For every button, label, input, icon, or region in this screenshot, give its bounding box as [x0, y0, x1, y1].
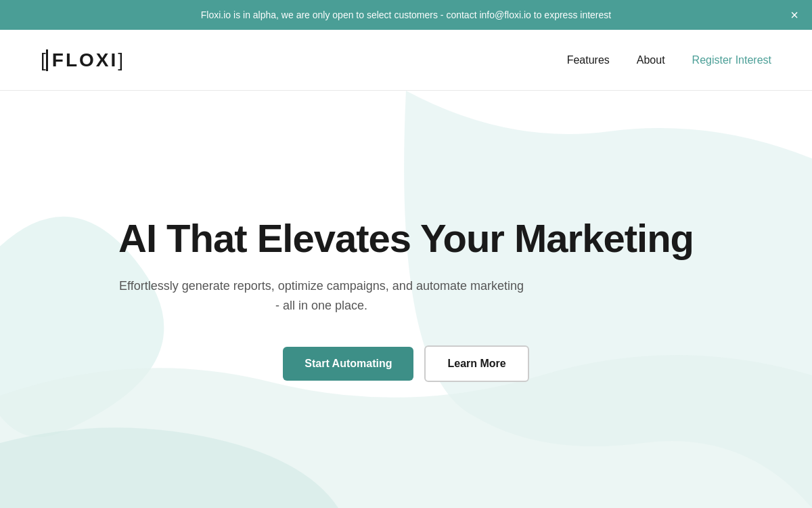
navbar: [ FLOXI ] Features About Register Intere… — [0, 30, 812, 91]
hero-section: AI That Elevates Your Marketing Effortle… — [0, 91, 812, 508]
hero-title: AI That Elevates Your Marketing — [118, 217, 694, 260]
logo-bracket-left: [ — [41, 49, 46, 71]
hero-buttons: Start Automating Learn More — [118, 345, 694, 382]
nav-link-about[interactable]: About — [637, 54, 665, 66]
logo-bracket-right: ] — [118, 49, 123, 71]
announcement-banner: Floxi.io is in alpha, we are only open t… — [0, 0, 812, 30]
nav-item-features[interactable]: Features — [567, 54, 610, 66]
nav-link-register-interest[interactable]: Register Interest — [692, 54, 771, 66]
nav-link-features[interactable]: Features — [567, 54, 610, 66]
banner-text: Floxi.io is in alpha, we are only open t… — [201, 9, 611, 20]
nav-links: Features About Register Interest — [567, 54, 771, 66]
logo[interactable]: [ FLOXI ] — [41, 49, 123, 71]
logo-text: FLOXI — [46, 49, 118, 71]
start-automating-button[interactable]: Start Automating — [283, 347, 413, 381]
hero-subtitle: Effortlessly generate reports, optimize … — [118, 276, 524, 316]
hero-content: AI That Elevates Your Marketing Effortle… — [118, 217, 694, 381]
nav-item-register[interactable]: Register Interest — [692, 54, 771, 66]
learn-more-button[interactable]: Learn More — [424, 345, 528, 382]
banner-close-button[interactable]: × — [790, 8, 798, 22]
nav-item-about[interactable]: About — [637, 54, 665, 66]
